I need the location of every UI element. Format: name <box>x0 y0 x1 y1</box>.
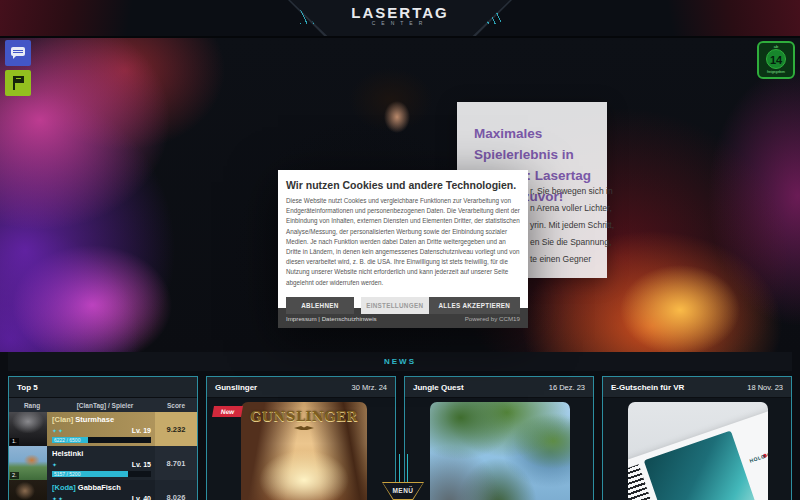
player-stars: ✦✦ <box>52 427 64 434</box>
logo-subtitle: CENTER <box>290 20 510 27</box>
player-name-text: GabbaFisch <box>76 483 121 492</box>
news-card-gunslinger[interactable]: Gunslinger 30 Mrz. 24 New GUNSLINGER <box>206 376 396 500</box>
player-name: [Koda] GabbaFisch <box>52 483 151 492</box>
col-player: [ClanTag] / Spieler <box>55 402 155 409</box>
imprint-privacy-links[interactable]: Impressum | Datenschutzhinweis <box>286 315 377 322</box>
hero-paragraph-line: te einen Gegner <box>530 251 610 268</box>
new-badge: New <box>212 406 243 417</box>
cookie-dialog-text: Diese Website nutzt Cookies und vergleic… <box>286 196 520 288</box>
powered-by-label: Powered by CCM19 <box>465 315 520 322</box>
leaderboard-row-1[interactable]: 1. [Clan] Sturmhase ✦✦ Lv. 19 6222 / 650… <box>9 412 197 446</box>
card-header: Jungle Quest 16 Dez. 23 <box>405 377 593 398</box>
card-title: Gunslinger <box>215 383 257 392</box>
player-avatar: 2. <box>9 446 47 480</box>
leaderboard-row-3[interactable]: 3. [Koda] GabbaFisch ✦✦ Lv. 40 13068 / 1… <box>9 480 197 500</box>
poster-title: GUNSLINGER <box>241 409 367 424</box>
player-stars: ✦ <box>52 461 58 468</box>
hero-paragraph-line: en Sie die Spannung, <box>530 234 610 251</box>
decline-button[interactable]: ABLEHNEN <box>286 297 354 314</box>
player-name-text: Sturmhase <box>73 415 114 424</box>
xp-progress-bar: 5157 / 5200 <box>52 471 151 477</box>
cookie-dialog-body: Wir nutzen Cookies und andere Technologi… <box>278 170 528 308</box>
feedback-flag-button[interactable] <box>5 70 31 96</box>
player-score: 8.026 <box>155 480 197 500</box>
header-left-decoration <box>0 0 150 38</box>
age-rating-badge: ab 14 freigegeben <box>757 41 795 79</box>
card-header: E-Gutschein für VR 18 Nov. 23 <box>603 377 791 398</box>
hero-paragraph-line: r, Sie bewegen sich in <box>530 183 610 200</box>
player-name-text: Helstinki <box>52 449 83 458</box>
page: LASERTAG CENTER ab 14 freigegeben Maxima… <box>0 0 800 500</box>
player-level: Lv. 15 <box>132 461 151 468</box>
card-date: 16 Dez. 23 <box>549 383 585 392</box>
news-card-jungle-quest[interactable]: Jungle Quest 16 Dez. 23 <box>404 376 594 500</box>
news-card-voucher[interactable]: E-Gutschein für VR 18 Nov. 23 HOLO CAFE <box>602 376 792 500</box>
card-title: E-Gutschein für VR <box>611 383 684 392</box>
chat-button[interactable] <box>5 40 31 66</box>
player-level: Lv. 19 <box>132 427 151 434</box>
voucher-poster[interactable]: HOLO CAFE <box>628 402 768 500</box>
header-right-decoration <box>650 0 800 38</box>
rank-label: 1. <box>10 438 19 445</box>
hero-paragraph: r, Sie bewegen sich in n Arena voller Li… <box>530 183 610 268</box>
cookie-dialog-title: Wir nutzen Cookies und andere Technologi… <box>286 179 520 191</box>
rank-label: 2. <box>10 472 19 479</box>
voucher-ticket: HOLO CAFE <box>628 409 768 500</box>
jungle-quest-poster[interactable] <box>430 402 570 500</box>
leaderboard-column-headers: Rang [ClanTag] / Spieler Score <box>9 398 197 412</box>
age-badge-top-label: ab <box>759 44 793 49</box>
leaderboard-row-2[interactable]: 2. Helstinki ✦ Lv. 15 5157 / 5200 8.701 <box>9 446 197 480</box>
col-score: Score <box>155 402 197 409</box>
player-score: 8.701 <box>155 446 197 480</box>
clan-tag: [Clan] <box>52 415 73 424</box>
vr-headset-image <box>644 431 757 500</box>
xp-progress-text: 5157 / 5200 <box>54 471 80 477</box>
card-title: Jungle Quest <box>413 383 464 392</box>
gunslinger-poster[interactable]: GUNSLINGER <box>241 402 367 500</box>
top5-card-header: Top 5 <box>9 377 197 398</box>
card-body: New GUNSLINGER <box>207 398 395 500</box>
poster-ornament <box>294 426 314 430</box>
top5-card: Top 5 Rang [ClanTag] / Spieler Score 1. … <box>8 376 198 500</box>
player-level: Lv. 40 <box>132 495 151 500</box>
player-name: [Clan] Sturmhase <box>52 415 151 424</box>
logo-title: LASERTAG <box>290 5 510 20</box>
age-badge-bottom-label: freigegeben <box>762 69 791 74</box>
site-header: LASERTAG CENTER <box>0 0 800 38</box>
card-date: 30 Mrz. 24 <box>352 383 387 392</box>
card-date: 18 Nov. 23 <box>747 383 783 392</box>
top5-title: Top 5 <box>17 383 38 392</box>
hero-paragraph-line: yrin. Mit jedem Schritt, <box>530 217 610 234</box>
xp-progress-bar: 6222 / 6500 <box>52 437 151 443</box>
hero-paragraph-line: n Arena voller Lichter, <box>530 200 610 217</box>
player-stars: ✦✦ <box>52 495 64 500</box>
age-badge-value: 14 <box>766 49 786 69</box>
card-body <box>405 398 593 500</box>
player-name: Helstinki <box>52 449 151 458</box>
settings-button[interactable]: EINSTELLUNGEN <box>361 297 429 314</box>
col-rank: Rang <box>9 402 55 409</box>
ticket-brand: HOLO CAFE <box>749 447 768 464</box>
player-score: 9.232 <box>155 412 197 446</box>
xp-progress-text: 6222 / 6500 <box>54 437 80 443</box>
card-body: HOLO CAFE <box>603 398 791 500</box>
clan-tag: [Koda] <box>52 483 76 492</box>
news-section-header: NEWS <box>8 352 792 371</box>
player-avatar: 3. <box>9 480 47 500</box>
cookie-dialog-buttons: ABLEHNEN EINSTELLUNGEN ALLES AKZEPTIEREN <box>286 297 520 314</box>
player-avatar: 1. <box>9 412 47 446</box>
cookie-consent-dialog: Wir nutzen Cookies und andere Technologi… <box>278 170 528 328</box>
card-header: Gunslinger 30 Mrz. 24 <box>207 377 395 398</box>
accept-all-button[interactable]: ALLES AKZEPTIEREN <box>429 297 520 314</box>
chat-bubble-icon <box>11 47 25 56</box>
logo[interactable]: LASERTAG CENTER <box>290 0 510 36</box>
